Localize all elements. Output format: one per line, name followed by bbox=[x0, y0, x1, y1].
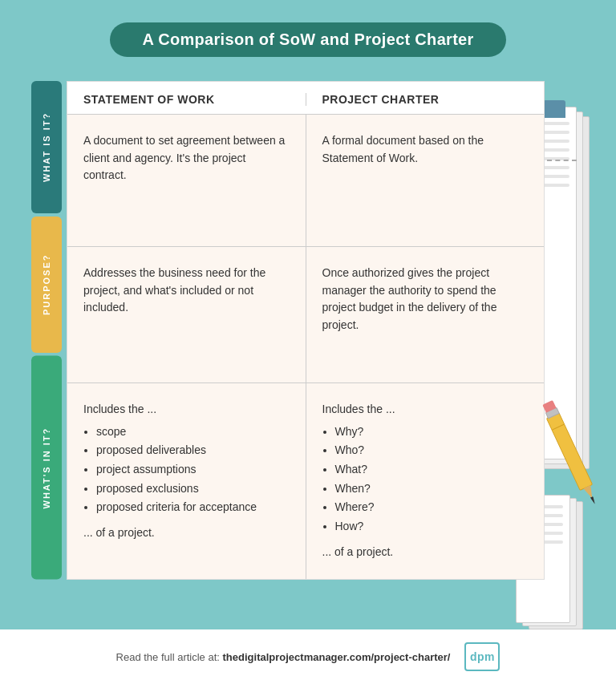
what-is-it-row: A document to set agreement between a cl… bbox=[67, 115, 544, 247]
charter-item-2: Who? bbox=[335, 442, 529, 459]
dpm-logo: dpm bbox=[464, 642, 500, 671]
side-labels: WHAT IS IT? PURPOSE? WHAT'S IN IT? bbox=[31, 81, 62, 580]
whats-in-it-row: Includes the ... scope proposed delivera… bbox=[67, 383, 544, 579]
charter-items-list: Why? Who? What? When? Where? How? bbox=[322, 423, 529, 536]
sow-item-5: proposed criteria for acceptance bbox=[96, 499, 290, 516]
footer: Read the full article at: thedigitalproj… bbox=[0, 629, 616, 684]
charter-item-4: When? bbox=[335, 480, 529, 498]
sow-item-2: proposed deliverables bbox=[96, 442, 290, 459]
table-content: STATEMENT OF WORK PROJECT CHARTER A docu… bbox=[67, 81, 545, 580]
main-container: A Comparison of SoW and Project Charter bbox=[0, 0, 616, 684]
whats-in-it-label: WHAT'S IN IT? bbox=[31, 356, 62, 580]
sow-includes: Includes the ... bbox=[83, 401, 290, 419]
page-title: A Comparison of SoW and Project Charter bbox=[142, 30, 473, 49]
sow-item-1: scope bbox=[96, 423, 290, 441]
purpose-sow: Addresses the business need for the proj… bbox=[67, 247, 306, 382]
charter-item-1: Why? bbox=[335, 423, 529, 441]
footer-read: Read the full article at: bbox=[116, 651, 223, 663]
header-charter: PROJECT CHARTER bbox=[306, 93, 545, 106]
purpose-row: Addresses the business need for the proj… bbox=[67, 247, 544, 383]
comparison-table: WHAT IS IT? PURPOSE? WHAT'S IN IT? STATE… bbox=[31, 81, 545, 580]
header-sow: STATEMENT OF WORK bbox=[67, 93, 306, 106]
purpose-label: PURPOSE? bbox=[31, 217, 62, 353]
footer-text: Read the full article at: thedigitalproj… bbox=[116, 651, 451, 663]
charter-item-6: How? bbox=[335, 518, 529, 536]
whats-in-it-sow: Includes the ... scope proposed delivera… bbox=[67, 383, 306, 579]
charter-outro: ... of a project. bbox=[322, 544, 529, 561]
title-banner: A Comparison of SoW and Project Charter bbox=[110, 22, 505, 57]
charter-includes: Includes the ... bbox=[322, 401, 529, 419]
whats-in-it-charter: Includes the ... Why? Who? What? When? W… bbox=[306, 383, 545, 579]
purpose-charter: Once authorized gives the project manage… bbox=[306, 247, 545, 382]
what-is-it-label: WHAT IS IT? bbox=[31, 81, 62, 213]
sow-items-list: scope proposed deliverables project assu… bbox=[83, 423, 290, 516]
sow-item-3: project assumptions bbox=[96, 461, 290, 479]
footer-link[interactable]: thedigitalprojectmanager.com/project-cha… bbox=[223, 651, 451, 663]
what-is-it-sow: A document to set agreement between a cl… bbox=[67, 115, 306, 246]
sow-item-4: proposed exclusions bbox=[96, 480, 290, 498]
charter-item-3: What? bbox=[335, 461, 529, 479]
header-row: STATEMENT OF WORK PROJECT CHARTER bbox=[67, 82, 544, 115]
charter-item-5: Where? bbox=[335, 499, 529, 516]
sow-outro: ... of a project. bbox=[83, 524, 290, 542]
what-is-it-charter: A formal document based on the Statement… bbox=[306, 115, 545, 246]
